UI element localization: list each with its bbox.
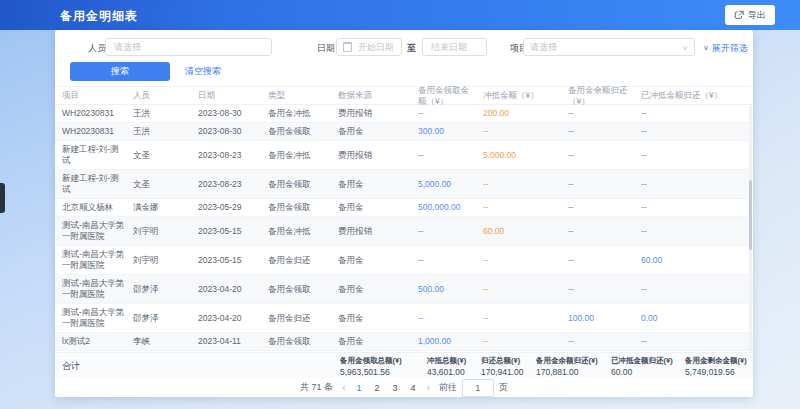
table-cell-source: 备用金 <box>338 252 418 269</box>
page-unit-label: 页 <box>499 381 508 394</box>
date-filter-label: 日期 <box>317 38 335 58</box>
summary-item-name: 归还总额(¥) <box>481 356 524 366</box>
summary-item-value: 43,601.00 <box>427 367 466 377</box>
table-row: 测试-南昌大学第一附属医院邵梦泽2023-04-20备用金领取备用金500.00… <box>55 275 753 304</box>
summary-item-name: 冲抵总额(¥) <box>427 356 466 366</box>
goto-page-input[interactable] <box>462 379 494 397</box>
clear-search-link[interactable]: 清空搜索 <box>185 62 221 81</box>
person-filter-box <box>105 38 272 56</box>
table-row: 北京顺义杨林满金娜2023-05-29备用金领取备用金500,000.00---… <box>55 199 753 217</box>
table-cell-source: 备用金 <box>338 281 418 298</box>
table-cell-balance_return: 100.00 <box>568 310 641 327</box>
table-cell-source: 备用金 <box>338 123 418 140</box>
table-row: lx测试2李峡2023-04-11备用金领取备用金1,000.00------ <box>55 333 753 351</box>
table-cell-person: 刘宇明 <box>133 252 198 269</box>
table-cell-person: 刘宇明 <box>133 223 198 240</box>
pagination-next-icon[interactable]: › <box>427 382 430 393</box>
collapsed-panel-handle[interactable] <box>0 183 5 213</box>
table-cell-offset_return: -- <box>641 199 737 216</box>
table-cell-source: 费用报销 <box>338 147 418 164</box>
column-header: 已冲抵金额归还（¥） <box>641 87 737 104</box>
pagination-page-1[interactable]: 1 <box>354 383 363 393</box>
summary-item-value: 170,941.00 <box>481 367 524 377</box>
table-body: WH20230831王洪2023-08-30备用金冲抵费用报销--200.00-… <box>55 105 753 352</box>
table-cell-amount: 500.00 <box>418 281 483 298</box>
summary-total-label: 合计 <box>62 360 80 373</box>
summary-item-value: 5,963,501.56 <box>340 367 402 377</box>
table-cell-balance_return: -- <box>568 176 641 193</box>
table-cell-balance_return: -- <box>568 199 641 216</box>
project-select-placeholder: 请选择 <box>530 41 557 54</box>
table-cell-amount: -- <box>418 252 483 269</box>
column-header: 项目 <box>55 87 133 104</box>
date-start-input[interactable] <box>356 41 395 53</box>
table-cell-offset: 200.00 <box>483 105 568 122</box>
table-cell-type: 备用金归还 <box>268 310 338 327</box>
pagination-bar: 共 71 条 ‹ 1234 › 前往 页 <box>55 378 753 397</box>
summary-item: 归还总额(¥)170,941.00 <box>481 356 524 377</box>
table-cell-offset: -- <box>483 281 568 298</box>
table-cell-date: 2023-05-15 <box>198 223 268 240</box>
project-select[interactable]: 请选择 ∨ <box>523 38 695 56</box>
table-cell-date: 2023-08-30 <box>198 105 268 122</box>
pagination-page-2[interactable]: 2 <box>372 383 381 393</box>
table-scrollbar-thumb[interactable] <box>749 180 752 250</box>
table-row: 测试-南昌大学第一附属医院刘宇明2023-05-15备用金冲抵费用报销--60.… <box>55 217 753 246</box>
table-cell-amount: 500,000.00 <box>418 199 483 216</box>
table-cell-project: WH20230831 <box>55 105 133 122</box>
calendar-icon <box>343 42 352 52</box>
summary-item-name: 备用金领取总额(¥) <box>340 356 402 366</box>
pagination-page-4[interactable]: 4 <box>409 383 418 393</box>
table-cell-amount: -- <box>418 310 483 327</box>
table-row: 测试-南昌大学第一附属医院邵梦泽2023-04-20备用金归还备用金----10… <box>55 304 753 333</box>
table-cell-type: 备用金冲抵 <box>268 223 338 240</box>
table-cell-project: lx测试2 <box>55 333 133 350</box>
table-cell-project: 测试-南昌大学第一附属医院 <box>55 275 133 303</box>
table-cell-balance_return: -- <box>568 147 641 164</box>
pagination-prev-icon[interactable]: ‹ <box>342 382 345 393</box>
table-cell-balance_return: -- <box>568 123 641 140</box>
column-header: 数据来源 <box>338 87 418 104</box>
table-cell-type: 备用金归还 <box>268 252 338 269</box>
table-cell-person: 满金娜 <box>133 199 198 216</box>
table-cell-amount: -- <box>418 147 483 164</box>
table-cell-type: 备用金冲抵 <box>268 147 338 164</box>
table-cell-offset: 5,000.00 <box>483 147 568 164</box>
table-header-row: 项目人员日期类型数据来源备用金领取金额（¥）冲抵金额（¥）备用金余额归还（¥）已… <box>55 86 753 105</box>
table-cell-balance_return: -- <box>568 223 641 240</box>
table-cell-amount: -- <box>418 223 483 240</box>
pagination-total: 共 71 条 <box>300 381 333 394</box>
goto-label: 前往 <box>439 381 457 394</box>
column-header: 类型 <box>268 87 338 104</box>
table-cell-project: 新建工程-刘-测试 <box>55 141 133 169</box>
table-cell-offset_return: -- <box>641 281 737 298</box>
date-start-box <box>336 38 402 56</box>
summary-item-value: 60.00 <box>611 367 673 377</box>
table-cell-type: 备用金领取 <box>268 199 338 216</box>
table-cell-project: WH20230831 <box>55 123 133 140</box>
table-cell-date: 2023-04-20 <box>198 310 268 327</box>
table-cell-date: 2023-05-15 <box>198 252 268 269</box>
export-button[interactable]: 导出 <box>725 5 775 25</box>
table-cell-project: 北京顺义杨林 <box>55 199 133 216</box>
summary-item-name: 备用金剩余金额(¥) <box>685 356 747 366</box>
table-cell-date: 2023-04-11 <box>198 333 268 350</box>
date-end-input[interactable] <box>429 41 480 53</box>
table-cell-date: 2023-08-23 <box>198 147 268 164</box>
summary-item: 备用金剩余金额(¥)5,749,019.56 <box>685 356 747 377</box>
table-cell-amount: -- <box>418 105 483 122</box>
table-cell-offset: -- <box>483 310 568 327</box>
table-row: 测试-南昌大学第一附属医院刘宇明2023-05-15备用金归还备用金------… <box>55 246 753 275</box>
pagination-page-3[interactable]: 3 <box>391 383 400 393</box>
table-cell-person: 邵梦泽 <box>133 310 198 327</box>
person-filter-label: 人员 <box>88 38 106 58</box>
expand-filters-label: 展开筛选 <box>712 38 748 58</box>
date-end-box <box>422 38 487 56</box>
person-input[interactable] <box>112 41 265 53</box>
search-button[interactable]: 搜索 <box>70 62 170 81</box>
table-cell-source: 备用金 <box>338 176 418 193</box>
expand-filters-link[interactable]: ∨ 展开筛选 <box>703 38 748 58</box>
table-cell-source: 备用金 <box>338 199 418 216</box>
table-cell-person: 文圣 <box>133 147 198 164</box>
table-cell-balance_return: -- <box>568 281 641 298</box>
